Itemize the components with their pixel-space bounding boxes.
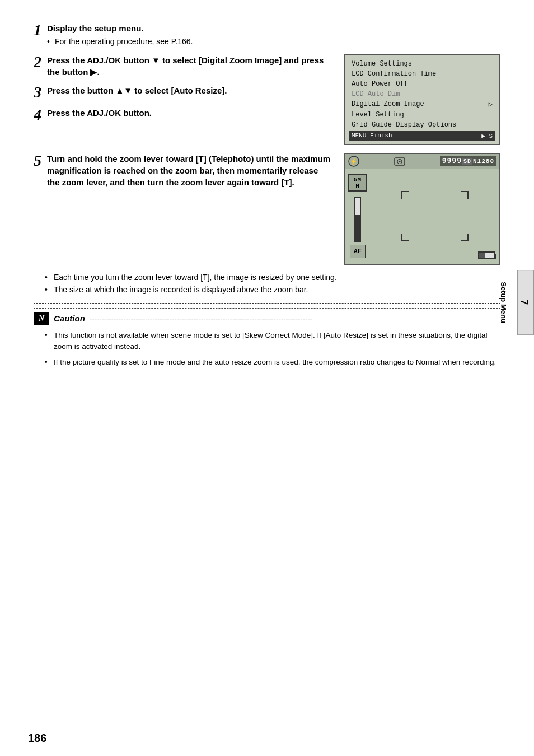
step-1-content: Display the setup menu. For the operatin… [47, 22, 500, 48]
corner-br [461, 234, 469, 241]
menu-item-lcd-confirm: LCD Confirmation Time [349, 69, 495, 79]
step-4-title: Press the ADJ./OK button. [47, 107, 332, 119]
step-1-block: 1 Display the setup menu. For the operat… [34, 22, 500, 48]
menu-footer-left: MENU Finish [352, 132, 392, 139]
vf-center [373, 174, 496, 258]
step-5-row: 5 Turn and hold the zoom lever toward [T… [34, 153, 500, 265]
step-5-title: Turn and hold the zoom lever toward [T] … [47, 153, 332, 188]
step-5-bullets: Each time you turn the zoom lever toward… [45, 273, 500, 294]
step-5-bullet-2: The size at which the image is recorded … [45, 285, 500, 294]
caution-list: This function is not available when scen… [45, 330, 500, 368]
caution-block: N Caution ------------------------------… [34, 303, 500, 368]
caution-dashes: ----------------------------------------… [90, 314, 312, 323]
menu-item-lcd-dim: LCD Auto Dim [349, 89, 495, 99]
step-3-content: Press the button ▲▼ to select [Auto Resi… [47, 85, 332, 96]
step-5-number: 5 [34, 153, 41, 169]
step-1-number: 1 [34, 22, 41, 38]
caution-title: Caution [54, 314, 85, 323]
corner-tr [461, 191, 469, 199]
menu-footer-right: ▶ S [481, 132, 493, 139]
menu-item-digital-zoom: Digital Zoom Image▷ [349, 99, 495, 110]
step-4-content: Press the ADJ./OK button. [47, 107, 332, 119]
af-icon: AF [350, 245, 366, 258]
menu-item-auto-power: Auto Power Off [349, 79, 495, 89]
steps-2-4-with-lcd: 2 Press the ADJ./OK button ▼ to select [… [34, 54, 500, 145]
step-1-bullet: For the operating procedure, see P.166. [47, 36, 500, 48]
step-5-block: 5 Turn and hold the zoom lever toward [T… [34, 153, 332, 188]
caution-bullet-1: This function is not available when scen… [45, 330, 500, 353]
vf-mode-box: 5M M [348, 174, 367, 192]
zoom-bar [354, 197, 361, 242]
steps-2-4-left: 2 Press the ADJ./OK button ▼ to select [… [34, 54, 332, 145]
svg-text:⚡: ⚡ [350, 157, 358, 165]
caution-icon: N [34, 312, 49, 325]
camera-mode-icon [394, 156, 406, 167]
caution-header: N Caution ------------------------------… [34, 312, 500, 325]
step-2-block: 2 Press the ADJ./OK button ▼ to select [… [34, 54, 332, 78]
page-container: 1 Display the setup menu. For the operat… [0, 0, 534, 756]
focus-bracket [401, 191, 469, 241]
vf-counter: 9999SDN1280 [440, 156, 496, 166]
step-2-content: Press the ADJ./OK button ▼ to select [Di… [47, 54, 332, 78]
corner-bl [401, 234, 409, 241]
side-tab-label: Setup Menu [499, 282, 508, 323]
step-2-number: 2 [34, 54, 41, 70]
step-3-title: Press the button ▲▼ to select [Auto Resi… [47, 85, 332, 96]
lcd-menu-screenshot: Volume Settings LCD Confirmation Time Au… [344, 54, 500, 145]
viewfinder: ⚡ 9999SDN1280 [344, 153, 500, 265]
step-5-content: Turn and hold the zoom lever toward [T] … [47, 153, 332, 188]
step-4-number: 4 [34, 107, 41, 123]
step-4-block: 4 Press the ADJ./OK button. [34, 107, 332, 123]
step-5-bullet-1: Each time you turn the zoom lever toward… [45, 273, 500, 282]
vf-bottom-right [478, 251, 495, 259]
svg-point-4 [399, 161, 401, 162]
viewfinder-screenshot: ⚡ 9999SDN1280 [344, 153, 500, 265]
menu-item-grid-guide: Grid Guide Display Options [349, 120, 495, 130]
vf-left-panel: 5M M AF [348, 174, 367, 258]
corner-tl [401, 191, 409, 199]
zoom-bar-fill [355, 215, 360, 241]
resolution-label: N1280 [473, 158, 494, 165]
step-1-title: Display the setup menu. [47, 22, 500, 34]
quality-badge: SD [462, 158, 472, 165]
menu-footer: MENU Finish ▶ S [349, 131, 495, 141]
page-number: 186 [28, 732, 46, 745]
flash-icon: ⚡ [348, 156, 360, 167]
step-2-title: Press the ADJ./OK button ▼ to select [Di… [47, 54, 332, 78]
side-tab-number: 7 [519, 300, 529, 305]
battery-fill [479, 253, 485, 258]
battery-icon [478, 251, 495, 259]
menu-item-volume: Volume Settings [349, 59, 495, 69]
lcd-screen: Volume Settings LCD Confirmation Time Au… [344, 54, 500, 145]
step-5-text-col: 5 Turn and hold the zoom lever toward [T… [34, 153, 332, 265]
caution-divider [34, 308, 500, 309]
caution-bullet-2: If the picture quality is set to Fine mo… [45, 357, 500, 368]
side-tab: 7 Setup Menu [517, 270, 534, 335]
menu-item-level-setting: Level Setting [349, 110, 495, 120]
step-3-block: 3 Press the button ▲▼ to select [Auto Re… [34, 85, 332, 100]
vf-top-bar: ⚡ 9999SDN1280 [345, 154, 499, 169]
step-3-number: 3 [34, 85, 41, 100]
vf-middle: 5M M AF [345, 169, 499, 264]
